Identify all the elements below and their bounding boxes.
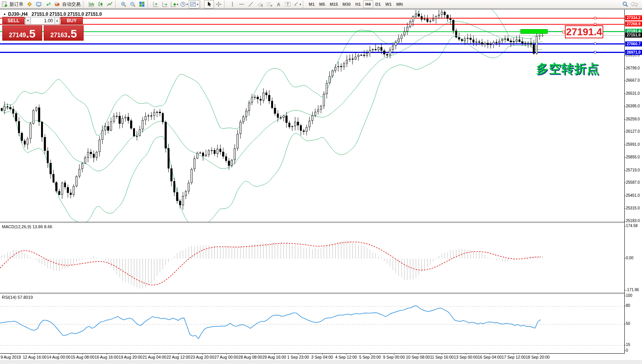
candlestick-chart-icon[interactable] <box>96 0 105 8</box>
highlight-rectangle[interactable] <box>520 29 548 34</box>
sell-button[interactable]: SELL <box>2 17 25 25</box>
time-axis-label: 15 Aug 08:00 <box>71 355 94 359</box>
price-level-tag: 26971.0 <box>625 50 642 55</box>
horizontal-line-tool[interactable] <box>237 0 246 8</box>
timeframe-button-M5[interactable]: M5 <box>317 0 327 8</box>
price-tick-label: 25719.0 <box>626 168 640 172</box>
chart-symbol: DJ30-,H4 <box>8 12 28 17</box>
sell-price-display[interactable]: 27149.5 <box>2 25 42 41</box>
vertical-line-tool[interactable] <box>228 0 237 8</box>
collapse-triangle-icon[interactable]: ▲ <box>3 12 6 16</box>
timeframe-button-H1[interactable]: H1 <box>353 0 363 8</box>
price-tick-label: 26127.0 <box>626 129 640 133</box>
new-order-button[interactable] <box>0 0 9 8</box>
crosshair-tool-button[interactable] <box>214 0 223 8</box>
price-axis-column[interactable]: 26935.026799.026667.026531.026395.026259… <box>624 10 642 354</box>
time-axis-tick <box>514 353 514 355</box>
time-axis[interactable]: 9 Aug 201912 Aug 16:0014 Aug 00:0015 Aug… <box>0 354 642 361</box>
macd-indicator-label: MACD(12,26,9) 13.86 8.66 <box>2 224 52 229</box>
price-tick-label: 0 <box>626 348 628 352</box>
zoom-out-icon[interactable] <box>128 0 137 8</box>
timeframe-button-D1[interactable]: D1 <box>373 0 383 8</box>
new-order-label[interactable]: 新订单 <box>10 1 23 8</box>
search-icon[interactable] <box>621 0 630 8</box>
market-watch-icon[interactable] <box>25 0 34 8</box>
key-price-label[interactable]: 27191.4 <box>565 25 603 38</box>
toolbar-separator <box>303 1 306 8</box>
period-clock-button[interactable]: ▾ <box>179 0 189 8</box>
template-button[interactable]: ▾ <box>189 0 199 8</box>
chart-ohlc-quotes: 27151.0 27151.0 27151.0 27151.0 <box>31 12 102 17</box>
time-axis-label: 14 Aug 00:00 <box>47 355 71 359</box>
time-axis-label: 10 Sep 08:00 <box>406 355 430 359</box>
buy-price-main: 27163 <box>50 31 67 39</box>
zoom-in-icon[interactable] <box>119 0 128 8</box>
toolbar-separator <box>115 1 118 8</box>
time-axis-label: 23 Aug 20:00 <box>191 355 214 359</box>
text-tool[interactable]: A <box>274 0 283 8</box>
text-label-tool[interactable]: T <box>283 0 292 8</box>
line-chart-icon[interactable] <box>105 0 114 8</box>
add-indicator-button[interactable]: ▾ <box>170 0 179 8</box>
volume-increase-button[interactable]: ▲ <box>54 17 60 25</box>
timeframe-button-M30[interactable]: M30 <box>340 0 353 8</box>
price-chart-canvas[interactable] <box>0 10 624 222</box>
price-tick-label: 26259.0 <box>626 117 640 121</box>
bar-chart-icon[interactable] <box>87 0 96 8</box>
buy-price-display[interactable]: 27163.5 <box>44 25 84 41</box>
chevron-down-icon: ▾ <box>186 3 188 6</box>
time-axis-tick <box>202 353 203 355</box>
chart-autoscroll-icon[interactable] <box>160 0 170 8</box>
arrows-tool[interactable]: ▾ <box>292 0 302 8</box>
autotrading-label[interactable]: 自动交易 <box>62 1 81 8</box>
chat-icon[interactable] <box>630 0 639 8</box>
price-level-tag: 27151.0 <box>625 33 642 38</box>
time-axis-tick <box>442 353 442 355</box>
svg-text:A: A <box>277 2 280 7</box>
price-tick-label: 25587.0 <box>626 180 640 184</box>
cursor-tool-button[interactable] <box>204 0 214 8</box>
tile-windows-icon[interactable] <box>137 0 147 8</box>
time-axis-label: 3 Sep 04:00 <box>311 355 333 359</box>
one-click-trading-panel: SELL ▼ 1.00 ▲ BUY 27149.5 27163.5 <box>2 17 84 41</box>
time-axis-label: 18 Sep 20:00 <box>526 355 550 359</box>
time-axis-tick <box>178 353 179 355</box>
sell-price-main: 27149 <box>9 31 26 39</box>
chart-shift-icon[interactable] <box>151 0 160 8</box>
price-tick-label: 50 <box>626 321 630 326</box>
time-axis-tick <box>155 353 155 355</box>
time-axis-tick <box>370 353 370 355</box>
time-axis-tick <box>35 353 35 355</box>
signals-icon[interactable] <box>43 0 53 8</box>
fibonacci-tool[interactable]: F <box>265 0 274 8</box>
volume-decrease-button[interactable]: ▼ <box>25 17 31 25</box>
volume-input[interactable]: 1.00 <box>31 17 54 25</box>
price-tick-label: 25315.0 <box>626 206 640 210</box>
time-axis-tick <box>130 353 131 355</box>
price-label-anchor-handle[interactable] <box>562 31 565 33</box>
chevron-down-icon: ▾ <box>300 3 301 6</box>
time-axis-label: 9 Aug 2019 <box>0 355 21 359</box>
time-axis-tick <box>418 353 418 355</box>
autotrading-button[interactable] <box>53 0 62 8</box>
time-axis-label: 28 Aug 08:00 <box>239 355 262 359</box>
timeframe-button-H4[interactable]: H4 <box>363 0 373 8</box>
buy-button[interactable]: BUY <box>61 17 83 25</box>
timeframe-button-M1[interactable]: M1 <box>306 0 317 8</box>
bottom-strip <box>0 361 642 364</box>
time-axis-tick <box>107 353 107 355</box>
equidistant-channel-tool[interactable]: E <box>255 0 265 8</box>
time-axis-tick <box>490 353 490 355</box>
terminal-icon[interactable] <box>34 0 43 8</box>
rsi-pane-canvas[interactable] <box>0 294 624 353</box>
price-tick-label: 26667.0 <box>626 78 640 82</box>
timeframe-button-M15[interactable]: M15 <box>328 0 340 8</box>
macd-pane-canvas[interactable] <box>0 223 624 293</box>
timeframe-button-MN[interactable]: MN <box>394 0 405 8</box>
turning-point-annotation[interactable]: 多空转折点 <box>536 61 599 77</box>
timeframe-button-W1[interactable]: W1 <box>383 0 394 8</box>
trendline-tool[interactable] <box>246 0 255 8</box>
time-axis-label: 29 Aug 16:00 <box>262 355 286 359</box>
time-axis-label: 5 Sep 20:00 <box>359 355 381 359</box>
price-level-tag: 27334.2 <box>625 15 642 20</box>
